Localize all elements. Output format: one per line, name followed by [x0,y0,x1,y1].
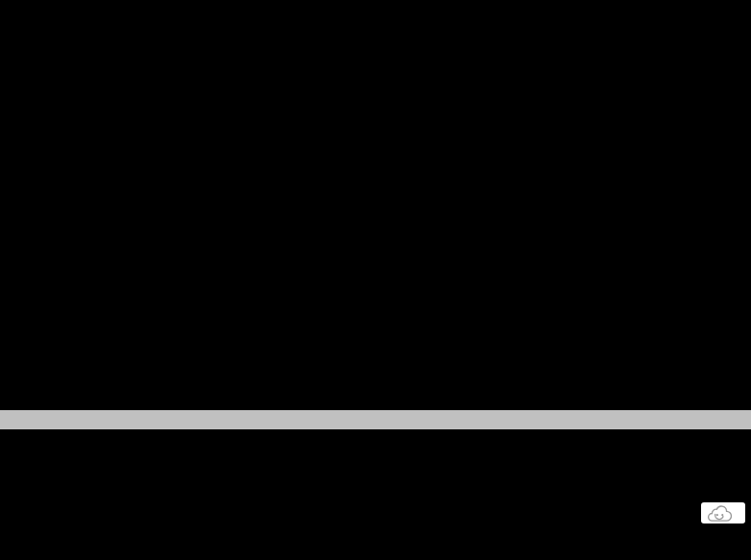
svg-point-0 [716,514,718,516]
svg-point-1 [721,514,723,516]
watermark-badge [701,502,745,523]
terminal-window [0,0,751,560]
multitail-statusbar [0,410,751,429]
cloud-icon [707,504,732,522]
